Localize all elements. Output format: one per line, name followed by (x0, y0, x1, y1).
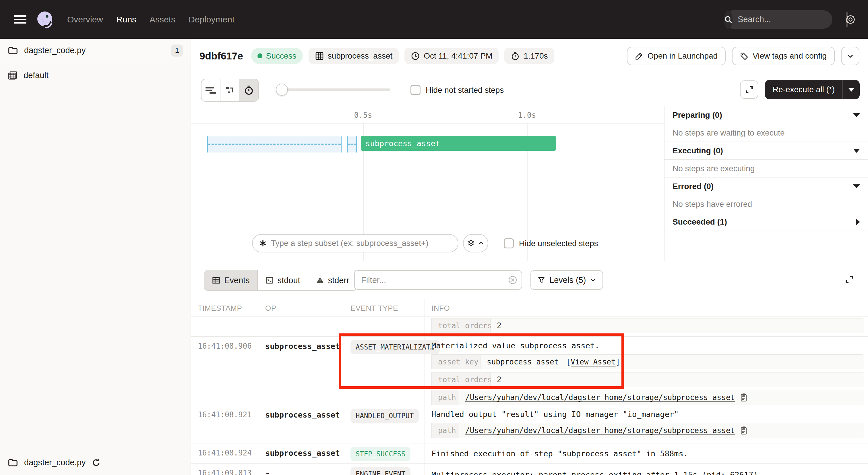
metadata-row: total_orders 2 (431, 318, 863, 333)
gantt-fullscreen-button[interactable] (740, 81, 758, 99)
event-type-badge: STEP_SUCCESS (350, 447, 410, 461)
event-op: subprocess_asset (265, 449, 340, 457)
run-duration: 1.170s (504, 48, 554, 64)
levels-dropdown[interactable]: Levels (5) (530, 270, 603, 290)
view-mode-timed-icon[interactable] (239, 79, 258, 101)
event-message: Materialized value subprocess_asset. (431, 340, 863, 351)
gear-icon[interactable] (844, 13, 857, 26)
tab-events[interactable]: Events (205, 270, 258, 290)
nav-links: Overview Runs Assets Deployment (67, 14, 235, 24)
pencil-icon (635, 52, 644, 60)
funnel-icon (537, 276, 546, 284)
nav-item-runs[interactable]: Runs (116, 14, 136, 24)
hide-unselected-checkbox[interactable] (504, 238, 514, 248)
expand-icon (844, 274, 854, 284)
left-sidebar: dagster_code.py 1 default dagster_code.p… (0, 39, 191, 475)
view-asset-link[interactable]: View Asset (570, 358, 616, 366)
sidebar-item-job-default[interactable]: default (0, 64, 191, 86)
sidebar-footer-repo[interactable]: dagster_code.py (0, 450, 191, 475)
tab-stdout[interactable]: stdout (258, 270, 308, 290)
log-filter-input[interactable] (354, 270, 522, 290)
open-in-launchpad-button[interactable]: Open in Launchpad (627, 47, 725, 65)
path-link[interactable]: /Users/yuhan/dev/local/dagster_home/stor… (465, 426, 735, 435)
event-timestamp: 16:41:08.924 (198, 449, 252, 457)
log-tabs: Events stdout stderr (204, 270, 358, 291)
gantt-time-axis: 0.5s 1.0s (191, 106, 664, 123)
clock-icon (411, 51, 420, 61)
nav-item-deployment[interactable]: Deployment (189, 14, 235, 24)
copy-icon[interactable] (739, 426, 748, 435)
tab-stderr[interactable]: stderr (308, 270, 357, 290)
run-id: 9dbf617e (199, 50, 243, 62)
view-mode-flat-icon[interactable] (202, 79, 220, 101)
table-row-engine-event[interactable]: 16:41:09.013 - ENGINE_EVENT Multiprocess… (191, 464, 868, 475)
layers-icon (467, 239, 475, 247)
warning-icon (316, 276, 324, 285)
section-preparing[interactable]: Preparing (0) (664, 106, 868, 124)
reload-icon[interactable] (91, 458, 101, 468)
table-row-step-success[interactable]: 16:41:08.924 subprocess_asset STEP_SUCCE… (191, 443, 868, 464)
run-start-time[interactable]: Oct 11, 4:41:07 PM (404, 48, 499, 64)
search-input[interactable] (733, 14, 846, 24)
event-message: Multiprocess executor: parent process ex… (431, 470, 863, 475)
layers-button[interactable] (463, 234, 488, 253)
repo-count-badge: 1 (171, 44, 183, 57)
re-execute-all-button[interactable]: Re-execute all (*) (765, 80, 860, 99)
table-row[interactable]: total_orders 2 (191, 317, 868, 336)
metadata-row-path: path /Users/yuhan/dev/local/dagster_home… (431, 390, 863, 405)
global-search[interactable]: / (724, 10, 832, 29)
event-timestamp: 16:41:08.906 (198, 342, 252, 350)
view-mode-waterfall-icon[interactable] (220, 79, 239, 101)
clear-filter-icon[interactable] (508, 275, 518, 285)
step-subset-input[interactable] (252, 234, 458, 253)
col-info: INFO (425, 299, 868, 316)
hamburger-menu-icon[interactable] (14, 13, 26, 26)
chevron-down-icon (846, 52, 854, 60)
grid-icon (315, 51, 324, 61)
view-tags-config-button[interactable]: View tags and config (732, 47, 835, 65)
hide-not-started-checkbox[interactable] (410, 85, 421, 95)
run-header: 9dbf617e Success subprocess_asset Oct 11… (191, 39, 868, 73)
section-succeeded[interactable]: Succeeded (1) (664, 213, 868, 231)
event-timestamp: 16:41:08.921 (198, 410, 252, 419)
event-message: Handled output "result" using IO manager… (431, 409, 863, 420)
step-subset-selector (252, 234, 488, 253)
nav-item-assets[interactable]: Assets (150, 14, 175, 24)
section-executing[interactable]: Executing (0) (664, 142, 868, 160)
dagster-logo[interactable] (36, 10, 54, 29)
log-fullscreen-button[interactable] (840, 270, 859, 289)
section-errored-empty: No steps have errored (664, 195, 868, 213)
nav-item-overview[interactable]: Overview (67, 14, 103, 24)
event-type-badge: ENGINE_EVENT (350, 467, 410, 475)
slider-handle[interactable] (276, 84, 288, 96)
col-event-type: EVENT TYPE (344, 299, 425, 316)
section-executing-empty: No steps are executing (664, 160, 868, 177)
axis-tick: 1.0s (518, 111, 536, 119)
expand-caret-icon (856, 218, 860, 226)
event-op: subprocess_asset (265, 410, 340, 419)
status-dot-icon (257, 53, 262, 58)
path-link[interactable]: /Users/yuhan/dev/local/dagster_home/stor… (465, 393, 735, 402)
metadata-row-asset-key: asset_key subprocess_asset View Asset (431, 354, 863, 369)
col-op: OP (258, 299, 344, 316)
timer-icon (510, 51, 520, 61)
folder-icon (7, 45, 19, 56)
events-table-header: TIMESTAMP OP EVENT TYPE INFO (191, 299, 868, 317)
table-row-materialization[interactable]: 16:41:08.906 subprocess_asset ASSET_MATE… (191, 336, 868, 405)
gantt-zoom-slider[interactable] (277, 88, 391, 91)
collapse-caret-icon (853, 113, 860, 117)
run-asset-tag[interactable]: subprocess_asset (309, 48, 399, 64)
gantt-step-bar[interactable]: subprocess_asset (361, 136, 556, 151)
op-selector-icon (258, 239, 268, 248)
job-label: default (24, 71, 49, 80)
section-errored[interactable]: Errored (0) (664, 177, 868, 195)
event-type-badge: HANDLED_OUTPUT (350, 409, 419, 423)
gantt-chart: 0.5s 1.0s subprocess_asset (191, 106, 664, 261)
copy-icon[interactable] (739, 393, 748, 402)
search-icon (724, 10, 733, 29)
sidebar-item-repo[interactable]: dagster_code.py 1 (0, 39, 191, 62)
table-row-handled-output[interactable]: 16:41:08.921 subprocess_asset HANDLED_OU… (191, 405, 868, 443)
re-execute-options-caret[interactable] (843, 88, 860, 92)
run-actions-chevron-button[interactable] (841, 47, 859, 65)
axis-tick: 0.5s (354, 111, 372, 119)
